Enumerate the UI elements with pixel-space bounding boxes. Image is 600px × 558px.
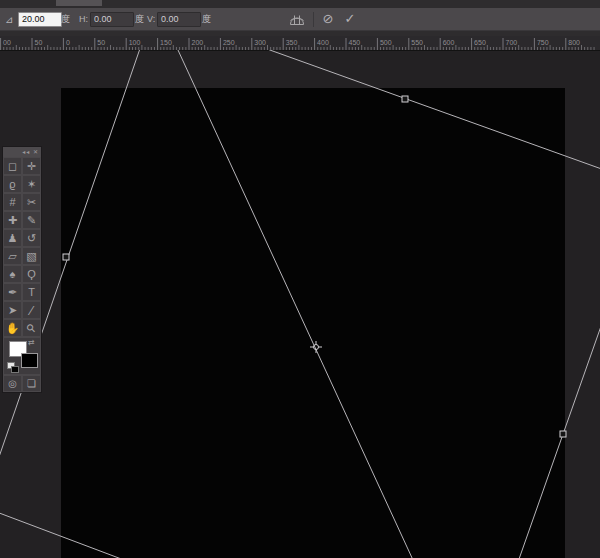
history-brush-tool-icon: ↺ [27,232,36,245]
cancel-transform-button[interactable]: ⊘ [319,8,337,30]
transform-options-bar: ⊿ 度 H: 度 V: 度 [0,8,600,31]
vertical-skew-input[interactable] [157,12,201,27]
zoom-tool-icon: ⚲ [24,321,39,336]
svg-text:650: 650 [474,39,486,46]
clone-stamp-tool[interactable]: ♟ [3,229,22,247]
color-swatches-area: ⇄ [3,337,41,375]
vertical-skew-unit: 度 [202,13,211,26]
warp-grid-icon [288,12,306,26]
toolbox-palette: ◂◂ ✕ ◻✛ϱ✶#✂✚✎♟↺▱▧♠Ϙ✒T➤∕✋⚲ ⇄ ◎ ❏ [2,146,42,393]
commit-transform-button[interactable]: ✓ [341,8,359,30]
rectangular-marquee-tool[interactable]: ◻ [3,157,22,175]
svg-text:300: 300 [254,39,266,46]
rectangular-marquee-tool-icon: ◻ [8,160,17,173]
healing-brush-tool[interactable]: ✚ [3,211,22,229]
transform-diagonal[interactable] [154,50,413,558]
history-brush-tool[interactable]: ↺ [22,229,41,247]
magic-wand-tool[interactable]: ✶ [22,175,41,193]
brush-tool-icon: ✎ [27,214,36,227]
svg-text:350: 350 [286,39,298,46]
type-tool[interactable]: T [22,283,41,301]
crop-tool[interactable]: # [3,193,22,211]
pen-tool-icon: ✒ [8,286,17,299]
gradient-tool[interactable]: ▧ [22,247,41,265]
rotate-angle-icon: ⊿ [5,8,13,30]
quick-mask-icon: ◎ [8,378,17,389]
hand-tool-icon: ✋ [6,322,20,335]
transform-edge-right[interactable] [512,295,600,558]
quick-mask-mode-button[interactable]: ◎ [3,375,22,392]
toolbox-close-button[interactable]: ✕ [33,149,39,155]
line-tool[interactable]: ∕ [22,301,41,319]
svg-text:0: 0 [66,39,70,46]
transform-handle-top[interactable] [402,96,408,102]
transform-edge-top[interactable] [150,50,600,172]
path-selection-tool-icon: ➤ [8,304,17,317]
svg-text:00: 00 [3,39,11,46]
slice-tool-icon: ✂ [27,196,36,209]
slice-tool[interactable]: ✂ [22,193,41,211]
svg-text:450: 450 [349,39,361,46]
horizontal-skew-input[interactable] [90,12,134,27]
screen-mode-icon: ❏ [27,378,36,389]
toolbox-title-bar: ◂◂ ✕ [3,147,41,157]
default-colors-icon[interactable] [7,362,18,373]
svg-text:400: 400 [317,39,329,46]
svg-text:200: 200 [192,39,204,46]
magic-wand-tool-icon: ✶ [27,178,36,191]
type-tool-icon: T [28,286,35,298]
transform-handle-right[interactable] [560,431,566,437]
options-separator [313,12,314,27]
screen-mode-button[interactable]: ❏ [22,375,41,392]
rotate-angle-input[interactable] [18,12,62,27]
horizontal-skew-unit: 度 [135,13,144,26]
lasso-tool[interactable]: ϱ [3,175,22,193]
dodge-tool-icon: Ϙ [27,268,36,280]
warp-mode-toggle-button[interactable] [288,8,306,30]
transform-edge-bottom[interactable] [0,505,132,558]
svg-text:750: 750 [537,39,549,46]
transform-center-point[interactable] [310,341,322,353]
clone-stamp-tool-icon: ♟ [8,232,18,245]
svg-text:700: 700 [506,39,518,46]
lasso-tool-icon: ϱ [9,178,15,190]
transform-handle-left[interactable] [63,254,69,260]
rotate-angle-unit: 度 [61,13,70,26]
vertical-skew-label: V: [147,14,155,24]
free-transform-overlay [0,50,600,558]
crop-tool-icon: # [9,196,15,208]
swap-colors-icon[interactable]: ⇄ [28,338,35,347]
blur-tool-icon: ♠ [10,268,16,280]
eraser-tool[interactable]: ▱ [3,247,22,265]
horizontal-skew-label: H: [79,14,88,24]
path-selection-tool[interactable]: ➤ [3,301,22,319]
horizontal-ruler[interactable]: 0050050100150200250300350400450500550600… [0,36,600,51]
brush-tool[interactable]: ✎ [22,211,41,229]
healing-brush-tool-icon: ✚ [8,214,17,227]
line-tool-icon: ∕ [30,303,32,318]
move-tool-icon: ✛ [27,160,36,173]
gradient-tool-icon: ▧ [26,250,36,263]
dodge-tool[interactable]: Ϙ [22,265,41,283]
svg-text:800: 800 [568,39,580,46]
svg-text:50: 50 [97,39,105,46]
eraser-tool-icon: ▱ [8,250,16,263]
svg-text:600: 600 [443,39,455,46]
move-tool[interactable]: ✛ [22,157,41,175]
toolbox-collapse-button[interactable]: ◂◂ [22,149,30,155]
zoom-tool[interactable]: ⚲ [22,319,41,337]
svg-text:250: 250 [223,39,235,46]
svg-text:550: 550 [411,39,423,46]
svg-text:150: 150 [160,39,172,46]
svg-text:500: 500 [380,39,392,46]
svg-text:100: 100 [129,39,141,46]
svg-text:50: 50 [35,39,43,46]
hand-tool[interactable]: ✋ [3,319,22,337]
background-color-swatch[interactable] [21,353,38,368]
blur-tool[interactable]: ♠ [3,265,22,283]
photoshop-window: ⊿ 度 H: 度 V: 度 [0,0,600,558]
window-tab-fragment [56,0,102,6]
pen-tool[interactable]: ✒ [3,283,22,301]
